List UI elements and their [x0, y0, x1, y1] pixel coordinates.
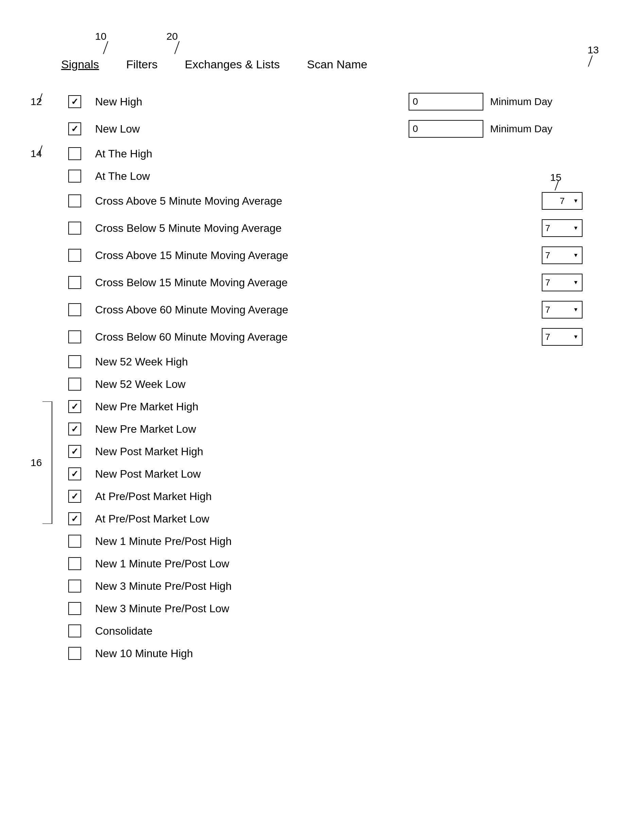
annotation-13: 13	[588, 44, 599, 56]
checkbox-cross-above-15min[interactable]	[61, 249, 88, 262]
checkbox-new-10min-high[interactable]	[61, 647, 88, 660]
checkmark-new-low: ✓	[71, 124, 78, 134]
label-new-post-market-high: New Post Market High	[88, 445, 579, 458]
label-new-1min-pre-post-high: New 1 Minute Pre/Post High	[88, 535, 579, 548]
label-at-the-low: At The Low	[88, 170, 579, 182]
label-new-3min-pre-post-low: New 3 Minute Pre/Post Low	[88, 602, 579, 615]
input-new-low[interactable]	[408, 120, 484, 138]
checkbox-new-3min-pre-post-low[interactable]	[61, 602, 88, 615]
checkbox-new-post-market-low[interactable]: ✓	[61, 468, 88, 480]
nav-header: Signals Filters Exchanges & Lists Scan N…	[61, 58, 579, 71]
checkbox-new-3min-pre-post-high[interactable]	[61, 579, 88, 592]
row-new-low: ✓ New Low Minimum Day	[61, 115, 579, 143]
row-new-high: 12 ✓ New High Minimum Day	[61, 88, 579, 115]
label-new-52-week-high: New 52 Week High	[88, 356, 579, 368]
dropdown-cross-below-15min[interactable]: 7	[542, 274, 582, 291]
checkbox-new-low[interactable]: ✓	[61, 122, 88, 135]
row-cross-above-15min: Cross Above 15 Minute Moving Average 7 ▼	[61, 242, 579, 269]
dropdown-cross-above-5min[interactable]: 7 5 10 14 20	[542, 192, 582, 210]
nav-exchanges[interactable]: Exchanges & Lists	[185, 58, 280, 71]
row-at-the-high: 14 At The High	[61, 143, 579, 165]
checkmark-new-post-market-low: ✓	[71, 469, 78, 479]
checkmark-at-pre-post-market-low: ✓	[71, 513, 78, 524]
row-at-pre-post-market-high: ✓ At Pre/Post Market High	[61, 485, 579, 507]
row-cross-below-5min: Cross Below 5 Minute Moving Average 7 5 …	[61, 215, 579, 242]
row-new-post-market-high: ✓ New Post Market High	[61, 440, 579, 463]
label-cross-below-15min: Cross Below 15 Minute Moving Average	[88, 276, 542, 289]
row-cross-below-60min: Cross Below 60 Minute Moving Average 7 ▼	[61, 323, 579, 350]
nav-filters[interactable]: Filters	[126, 58, 158, 71]
row-new-1min-pre-post-high: New 1 Minute Pre/Post High	[61, 530, 579, 553]
dropdown-cross-below-60min[interactable]: 7	[542, 328, 582, 346]
checkbox-new-pre-market-high[interactable]: ✓	[61, 400, 88, 413]
min-day-label-new-high: Minimum Day	[490, 96, 552, 107]
checkbox-cross-below-15min[interactable]	[61, 276, 88, 289]
checkbox-cross-below-60min[interactable]	[61, 330, 88, 343]
row-new-52-week-low: New 52 Week Low	[61, 373, 579, 396]
checkbox-new-pre-market-low[interactable]: ✓	[61, 422, 88, 435]
checkbox-new-52-week-high[interactable]	[61, 355, 88, 368]
input-new-high[interactable]	[408, 93, 484, 110]
row-at-pre-post-market-low: ✓ At Pre/Post Market Low	[61, 507, 579, 530]
checkbox-at-the-high[interactable]	[61, 147, 88, 160]
annotation-20: 20	[166, 31, 178, 42]
label-new-low: New Low	[88, 123, 408, 135]
checkbox-at-pre-post-market-high[interactable]: ✓	[61, 490, 88, 503]
row-consolidate: Consolidate	[61, 620, 579, 642]
row-new-3min-pre-post-high: New 3 Minute Pre/Post High	[61, 575, 579, 597]
row-new-52-week-high: New 52 Week High	[61, 350, 579, 373]
row-new-post-market-low: ✓ New Post Market Low	[61, 463, 579, 485]
row-cross-above-5min: Cross Above 5 Minute Moving Average 15 7…	[61, 187, 579, 215]
row-at-the-low: At The Low	[61, 165, 579, 187]
label-new-high: New High	[88, 96, 408, 108]
annotation-15: 15	[550, 172, 562, 183]
row-new-1min-pre-post-low: New 1 Minute Pre/Post Low	[61, 553, 579, 575]
row-new-3min-pre-post-low: New 3 Minute Pre/Post Low	[61, 597, 579, 620]
row-new-pre-market-low: ✓ New Pre Market Low	[61, 418, 579, 440]
dropdown-cross-above-15min[interactable]: 7	[542, 247, 582, 264]
label-consolidate: Consolidate	[88, 625, 579, 637]
checkbox-at-the-low[interactable]	[61, 170, 88, 182]
checkbox-new-1min-pre-post-low[interactable]	[61, 557, 88, 570]
label-new-pre-market-high: New Pre Market High	[88, 400, 579, 413]
row-cross-below-15min: Cross Below 15 Minute Moving Average 7 ▼	[61, 269, 579, 296]
label-new-pre-market-low: New Pre Market Low	[88, 423, 579, 435]
dropdown-cross-above-60min[interactable]: 7	[542, 301, 582, 319]
label-cross-below-5min: Cross Below 5 Minute Moving Average	[88, 222, 542, 235]
checkmark-new-high: ✓	[71, 97, 78, 107]
group-16: 16 ✓ New Pre Market High	[61, 396, 579, 530]
checkmark-at-pre-post-market-high: ✓	[71, 491, 78, 502]
annotation-10: 10	[95, 31, 106, 42]
checkbox-cross-above-60min[interactable]	[61, 303, 88, 316]
checkmark-new-pre-market-high: ✓	[71, 402, 78, 412]
label-new-52-week-low: New 52 Week Low	[88, 378, 579, 391]
checkmark-new-pre-market-low: ✓	[71, 424, 78, 435]
label-at-pre-post-market-high: At Pre/Post Market High	[88, 490, 579, 503]
checkbox-cross-below-5min[interactable]	[61, 221, 88, 235]
label-new-10min-high: New 10 Minute High	[88, 647, 579, 660]
checkbox-new-52-week-low[interactable]	[61, 378, 88, 391]
label-at-the-high: At The High	[88, 148, 579, 160]
label-at-pre-post-market-low: At Pre/Post Market Low	[88, 513, 579, 525]
label-cross-above-5min: Cross Above 5 Minute Moving Average	[88, 195, 542, 207]
nav-scan-name[interactable]: Scan Name	[307, 58, 368, 71]
checkbox-consolidate[interactable]	[61, 625, 88, 637]
label-cross-below-60min: Cross Below 60 Minute Moving Average	[88, 331, 542, 343]
checkbox-new-1min-pre-post-high[interactable]	[61, 535, 88, 548]
label-new-3min-pre-post-high: New 3 Minute Pre/Post High	[88, 580, 579, 592]
checkmark-new-post-market-high: ✓	[71, 446, 78, 457]
checkbox-new-post-market-high[interactable]: ✓	[61, 445, 88, 458]
row-cross-above-60min: Cross Above 60 Minute Moving Average 7 ▼	[61, 296, 579, 323]
annotation-16: 16	[31, 457, 42, 468]
row-new-pre-market-high: ✓ New Pre Market High	[61, 396, 579, 418]
checkbox-new-high[interactable]: ✓	[61, 95, 88, 108]
label-new-post-market-low: New Post Market Low	[88, 468, 579, 480]
checkbox-at-pre-post-market-low[interactable]: ✓	[61, 512, 88, 525]
checkbox-cross-above-5min[interactable]	[61, 195, 88, 207]
nav-signals[interactable]: Signals	[61, 58, 99, 71]
signal-list: 12 ✓ New High Minimum Day ✓ New Low	[61, 88, 579, 664]
label-new-1min-pre-post-low: New 1 Minute Pre/Post Low	[88, 557, 579, 570]
row-new-10min-high: New 10 Minute High	[61, 642, 579, 664]
label-cross-above-15min: Cross Above 15 Minute Moving Average	[88, 249, 542, 262]
dropdown-cross-below-5min[interactable]: 7 5 10	[542, 219, 582, 237]
